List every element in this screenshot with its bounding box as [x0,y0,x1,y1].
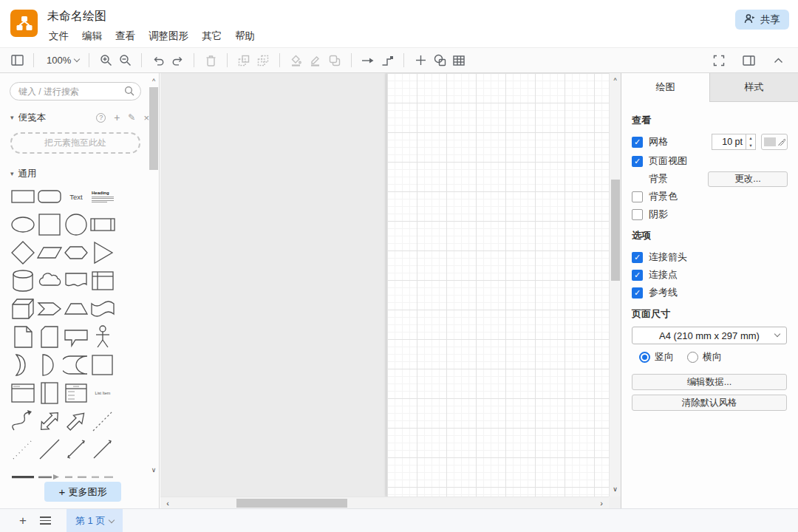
general-section-header[interactable]: ▾ 通用 [0,167,160,180]
menu-extras[interactable]: 其它 [202,30,222,43]
shape-circle[interactable] [63,211,89,239]
zoom-dropdown[interactable]: 100% [44,55,82,66]
zoom-out-icon[interactable] [115,51,134,70]
more-shapes-button[interactable]: + 更多图形 [44,482,121,502]
line-color-icon[interactable] [306,51,325,70]
page-tab-1[interactable]: 第 1 页 [66,509,123,532]
share-button[interactable]: 共享 [735,10,789,30]
shape-list-item[interactable]: List Item [89,379,116,407]
scratchpad-add-icon[interactable]: + [114,112,120,123]
scroll-down-icon[interactable]: ∨ [149,465,159,475]
canvas-vertical-scrollbar[interactable]: ^ ∨ [609,73,621,497]
shape-note[interactable] [10,323,36,351]
insert-shape-icon[interactable] [430,51,449,70]
scroll-up-icon[interactable]: ^ [149,76,159,86]
undo-icon[interactable] [149,51,168,70]
zoom-in-icon[interactable] [96,51,115,70]
menu-arrange[interactable]: 调整图形 [149,30,188,43]
shape-triangle[interactable] [89,239,116,267]
shape-cloud[interactable] [36,267,63,295]
scroll-left-icon[interactable]: ‹ [163,497,173,508]
shape-line[interactable] [36,435,63,463]
shape-list[interactable] [63,379,89,407]
portrait-radio[interactable] [639,352,650,363]
landscape-radio[interactable] [687,352,698,363]
grid-size-stepper[interactable]: ▲ ▼ [746,134,756,150]
scratchpad-dropzone[interactable]: 把元素拖至此处 [10,132,140,154]
shape-square[interactable] [36,211,63,239]
connection-arrow-icon[interactable] [358,51,378,70]
shadow-icon[interactable] [325,51,344,70]
shape-rectangle[interactable] [10,183,36,211]
to-back-icon[interactable] [253,51,273,70]
shape-and[interactable] [36,351,63,379]
menu-file[interactable]: 文件 [49,30,69,43]
background-color-checkbox[interactable] [632,191,643,202]
shape-card[interactable] [36,323,63,351]
change-background-button[interactable]: 更改... [708,171,788,187]
canvas-page[interactable] [386,73,609,497]
page-size-select[interactable]: A4 (210 mm x 297 mm) [632,327,787,344]
grid-checkbox[interactable]: ✓ [632,137,643,148]
shape-container[interactable] [10,379,36,407]
shape-process[interactable] [89,211,116,239]
orientation-landscape-option[interactable]: 横向 [687,350,722,364]
shape-internal-storage[interactable] [89,267,116,295]
edit-data-button[interactable]: 编辑数据... [632,374,787,390]
pages-menu-icon[interactable] [34,516,56,525]
grid-size-input[interactable]: 10 pt [712,134,746,150]
toggle-format-panel-icon[interactable] [739,51,758,70]
connection-points-checkbox[interactable]: ✓ [632,270,643,281]
waypoint-style-icon[interactable] [378,51,397,70]
shape-callout[interactable] [63,323,89,351]
shape-parallelogram[interactable] [36,239,63,267]
shape-document[interactable] [63,267,89,295]
scratchpad-edit-icon[interactable]: ✎ [128,112,135,123]
shape-trapezoid[interactable] [63,295,89,323]
tab-style[interactable]: 样式 [709,73,798,101]
canvas-horizontal-scrollbar[interactable]: ‹ › [160,497,609,508]
menu-edit[interactable]: 编辑 [82,30,102,43]
step-down-icon[interactable]: ▼ [746,142,755,149]
shape-directional-connector[interactable] [89,435,116,463]
shape-curve[interactable] [10,407,36,435]
redo-icon[interactable] [168,51,187,70]
guides-checkbox[interactable]: ✓ [632,287,643,299]
clear-default-style-button[interactable]: 清除默认风格 [632,395,787,411]
scratchpad-section-header[interactable]: ▾ 便笺本 ? + ✎ × [0,111,160,124]
shape-actor[interactable] [89,323,116,351]
shape-bidirectional-arrow[interactable] [36,407,63,435]
shape-cube[interactable] [10,295,36,323]
shape-data-storage[interactable] [63,351,89,379]
fill-color-icon[interactable] [287,51,306,70]
shape-dashed-line[interactable] [89,407,116,435]
step-up-icon[interactable]: ▲ [746,134,755,142]
menu-help[interactable]: 帮助 [235,30,255,43]
add-page-icon[interactable]: + [12,514,34,528]
sidebar-scrollbar[interactable]: ^ ∨ [149,73,159,478]
scroll-down-icon[interactable]: ∨ [610,484,621,494]
horizontal-scrollbar-thumb[interactable] [236,499,347,508]
shape-ellipse[interactable] [10,211,36,239]
shape-tape[interactable] [89,295,116,323]
shape-rounded-rectangle[interactable] [36,183,63,211]
sidebar-scrollbar-thumb[interactable] [149,87,158,170]
grid-color-button[interactable] [761,134,788,150]
insert-icon[interactable] [411,51,430,70]
document-title[interactable]: 未命名绘图 [47,9,106,24]
shadow-checkbox[interactable] [632,209,643,220]
page-view-checkbox[interactable]: ✓ [632,156,643,167]
shape-plain-square[interactable] [89,351,116,379]
scroll-right-icon[interactable]: › [596,497,607,508]
fullscreen-icon[interactable] [709,51,729,70]
menu-view[interactable]: 查看 [115,30,135,43]
shape-hexagon[interactable] [63,239,89,267]
shape-vertical-container[interactable] [36,379,63,407]
toggle-shapes-panel-icon[interactable] [7,51,27,70]
shape-text[interactable]: Text [63,183,89,211]
collapse-toolbar-icon[interactable] [768,51,788,70]
vertical-scrollbar-thumb[interactable] [611,180,620,281]
shape-search-input[interactable] [10,82,141,100]
shape-cylinder[interactable] [10,267,36,295]
tab-diagram[interactable]: 绘图 [621,73,709,102]
